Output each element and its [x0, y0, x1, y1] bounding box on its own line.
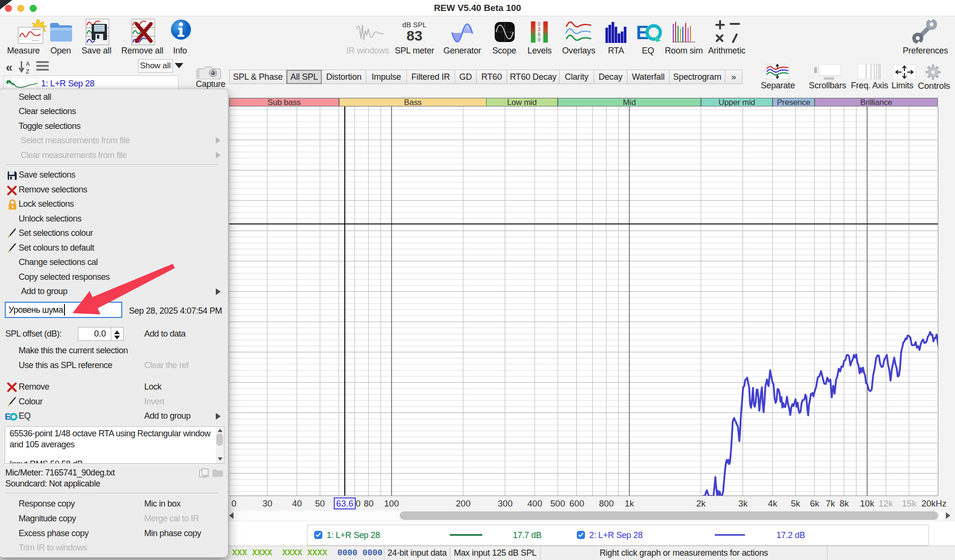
svg-text:6: 6 [538, 32, 541, 37]
svg-text:Z: Z [26, 68, 29, 74]
svg-text:9: 9 [538, 37, 541, 42]
svg-text:0: 0 [538, 21, 541, 27]
svg-text:3: 3 [538, 27, 541, 32]
svg-text:A: A [26, 61, 30, 67]
